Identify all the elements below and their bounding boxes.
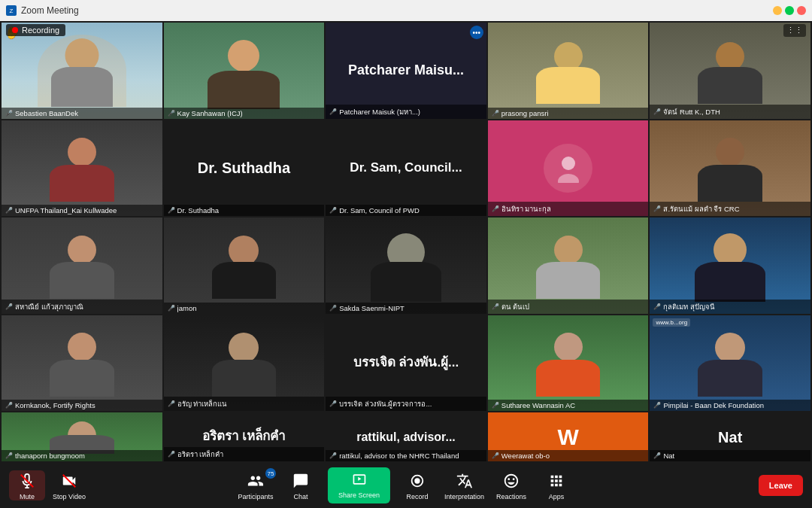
participant-cell-archan: 🎤 อรัญ ท่าเหล็กแน <box>164 315 325 412</box>
mic-icon-rattikul: 🎤 <box>329 452 337 459</box>
name-overlay-sutharee: 🎤 Sutharee Wannasin AC <box>488 400 649 411</box>
name-overlay-pimpilai: 🎤 Pimpilai - Baan Dek Foundation <box>650 400 810 411</box>
mic-icon-arittra: 🎤 <box>168 451 175 458</box>
participant-cell-sebastien: ✋ 🎤 Sebastien BaanDek <box>2 23 162 119</box>
participant-name-weerawat: Weerawat ob-o <box>501 452 550 460</box>
participant-cell-sam: Dr. Sam, Council... 🎤 Dr. Sam, Council o… <box>326 120 486 217</box>
participant-count-badge: 75 <box>265 468 276 479</box>
participant-name-patcharer: Patcharer Maisuk (มหา...) <box>339 106 420 117</box>
participant-name-arittra: อริตรา เหล็กคำ <box>177 449 224 460</box>
mic-icon-thanaporn: 🎤 <box>5 452 13 459</box>
record-button[interactable]: Record <box>399 470 435 500</box>
mic-icon-kay: 🎤 <box>168 110 175 117</box>
recording-label: Recording <box>22 26 59 35</box>
participant-display-name-rattikul: rattikul, advisor... <box>353 427 459 447</box>
participant-name-prasong: prasong pansri <box>501 109 549 117</box>
svg-point-1 <box>558 174 579 183</box>
name-overlay-sam: 🎤 Dr. Sam, Council of PWD <box>326 205 486 216</box>
mic-icon-patcharer: 🎤 <box>329 108 337 115</box>
name-overlay-rattikul: 🎤 rattikul, advisor to the NHRC Thailand <box>326 450 486 461</box>
title-bar-controls[interactable] <box>773 6 806 15</box>
maximize-button[interactable] <box>785 6 794 15</box>
participant-name-rattikul: rattikul, advisor to the NHRC Thailand <box>339 452 459 460</box>
mic-icon-kornkanok: 🎤 <box>5 402 13 409</box>
name-overlay-patcharer: 🎤 Patcharer Maisuk (มหา...) <box>326 105 486 119</box>
name-overlay-sebastien: 🎤 Sebastien BaanDek <box>2 108 162 119</box>
toolbar: Mute Stop Video 75 Participants Chat <box>0 463 812 508</box>
record-label: Record <box>406 493 428 500</box>
chat-button[interactable]: Chat <box>283 470 319 500</box>
participant-cell-kay: 🎤 Kay Sanhawan (ICJ) <box>164 23 325 119</box>
participant-display-name-borrajed: บรรเจิด ล่วงพัน.ผู้... <box>350 351 462 374</box>
participant-name-rutt: จัตน์ Rutt K., DTH <box>663 106 720 117</box>
avatar-intra <box>544 144 592 193</box>
name-overlay-nat: 🎤 Nat <box>650 450 810 461</box>
video-grid: ✋ 🎤 Sebastien BaanDek 🎤 Kay Sanhawan (IC… <box>0 21 812 463</box>
mute-button[interactable]: Mute <box>9 470 45 500</box>
interpretation-button[interactable]: Interpretation <box>444 470 484 500</box>
mic-icon-intra: 🎤 <box>492 205 499 212</box>
mic-icon-weerawat: 🎤 <box>492 452 499 459</box>
leave-button[interactable]: Leave <box>759 475 803 496</box>
participant-name-sam: Dr. Sam, Council of PWD <box>339 206 420 214</box>
participant-name-kultimet: กุลติเมท สุปัญจนี <box>663 301 715 312</box>
mic-icon-sebastien: 🎤 <box>5 110 13 117</box>
participant-name-borrajed: บรรเจิด ล่วงพัน.ผู้ตรวจการอ... <box>339 398 432 409</box>
participant-cell-unfpa: 🎤 UNFPA Thailand_Kai Kullwadee <box>2 120 162 217</box>
participants-button[interactable]: 75 Participants <box>238 470 274 500</box>
participant-cell-rutt: 🎤 จัตน์ Rutt K., DTH <box>650 23 810 119</box>
participants-icon <box>245 470 266 491</box>
participant-display-name-suthadha: Dr. Suthadha <box>195 156 293 180</box>
interpretation-label: Interpretation <box>444 493 484 500</box>
mic-icon-ton: 🎤 <box>492 303 499 310</box>
name-overlay-suthadha: 🎤 Dr. Suthadha <box>164 205 325 216</box>
participant-cell-arittra: อริตรา เหล็กคำ 🎤 อริตรา เหล็กคำ <box>164 412 325 461</box>
title-bar-left: Z Zoom Meeting <box>6 5 79 16</box>
participant-name-thanaporn: thanaporn bungmoom <box>15 452 85 460</box>
participant-cell-sahanee: 🎤 สหาณีย์ แก้วสุภาญาณิ <box>2 217 162 314</box>
grid-view-icon[interactable]: ⋮⋮ <box>783 24 806 37</box>
recording-badge: Recording <box>6 24 65 36</box>
chat-icon <box>290 470 311 491</box>
mic-icon-sakda: 🎤 <box>329 305 337 312</box>
name-overlay-kay: 🎤 Kay Sanhawan (ICJ) <box>164 108 325 119</box>
name-overlay-prasong: 🎤 prasong pansri <box>488 108 649 119</box>
share-screen-button[interactable]: Share Screen <box>328 467 390 503</box>
participant-name-archan: อรัญ ท่าเหล็กแน <box>177 398 228 409</box>
participant-name-nat: Nat <box>663 452 674 460</box>
zoom-app-icon: Z <box>6 5 17 16</box>
participant-cell-borrajed: บรรเจิด ล่วงพัน.ผู้... 🎤 บรรเจิด ล่วงพัน… <box>326 315 486 412</box>
reactions-label: Reactions <box>496 493 526 500</box>
participant-name-jamon: jamon <box>177 304 197 312</box>
participant-name-crc: ส.รัตนแม้ ผลดำ จีร CRC <box>663 203 739 214</box>
name-overlay-crc: 🎤 ส.รัตนแม้ ผลดำ จีร CRC <box>650 202 810 216</box>
name-overlay-kornkanok: 🎤 Kornkanok, Fortify Rights <box>2 400 162 411</box>
name-overlay-weerawat: 🎤 Weerawat ob-o <box>488 450 649 461</box>
stop-video-label: Stop Video <box>53 493 86 500</box>
close-button[interactable] <box>797 6 806 15</box>
more-options-patcharer[interactable]: ••• <box>470 26 483 39</box>
website-tag: www.b...org <box>653 318 690 327</box>
share-screen-icon <box>351 472 366 490</box>
svg-point-5 <box>414 478 420 483</box>
mic-icon-kultimet: 🎤 <box>653 303 661 310</box>
reactions-button[interactable]: Reactions <box>493 470 529 500</box>
participant-cell-intra: 🎤 อินทิรา มานะกุล <box>488 120 649 217</box>
participant-name-intra: อินทิรา มานะกุล <box>501 203 552 214</box>
participant-display-name-arittra: อริตรา เหล็กคำ <box>199 425 289 448</box>
stop-video-button[interactable]: Stop Video <box>51 470 87 500</box>
participant-cell-sutharee: 🎤 Sutharee Wannasin AC <box>488 315 649 412</box>
participant-cell-nat: Nat 🎤 Nat <box>650 412 810 461</box>
mic-icon-sahanee: 🎤 <box>5 303 13 310</box>
participant-cell-weerawat: W 🎤 Weerawat ob-o <box>488 412 649 461</box>
name-overlay-jamon: 🎤 jamon <box>164 303 325 314</box>
mic-icon-archan: 🎤 <box>168 400 175 407</box>
name-overlay-intra: 🎤 อินทิรา มานะกุล <box>488 202 649 216</box>
svg-point-0 <box>562 157 575 170</box>
apps-button[interactable]: Apps <box>538 470 574 500</box>
minimize-button[interactable] <box>773 6 782 15</box>
record-icon <box>407 470 428 491</box>
name-overlay-archan: 🎤 อรัญ ท่าเหล็กแน <box>164 397 325 411</box>
participant-cell-crc: 🎤 ส.รัตนแม้ ผลดำ จีร CRC <box>650 120 810 217</box>
participant-cell-ton: 🎤 ตน ต้นเป <box>488 217 649 314</box>
